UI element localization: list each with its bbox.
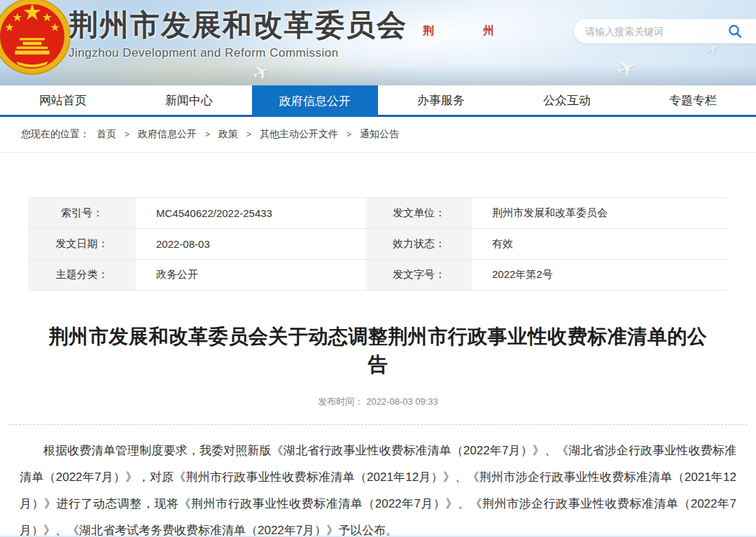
nav-item-news[interactable]: 新闻中心 <box>126 85 252 115</box>
meta-value-index-no: MC4540622/2022-25433 <box>138 198 366 228</box>
breadcrumb-prefix: 您现在的位置： <box>21 128 90 141</box>
site-identity: 荆州市发展和改革委员会 Jingzhou Development and Ref… <box>69 6 407 60</box>
meta-label-issuing-unit: 发文单位： <box>366 198 474 228</box>
publish-time-label: 发布时间： <box>318 396 363 407</box>
meta-value-topic-category: 政务公开 <box>138 260 366 290</box>
breadcrumb-policy[interactable]: 政策 <box>218 128 238 141</box>
site-title: 荆州市发展和改革委员会 <box>69 6 407 45</box>
meta-label-index-no: 索引号： <box>28 198 138 228</box>
meta-value-issuing-unit: 荆州市发展和改革委员会 <box>474 198 728 228</box>
search-input[interactable] <box>585 26 727 37</box>
meta-label-validity: 效力状态： <box>366 229 474 259</box>
meta-label-doc-number: 发文字号： <box>366 260 474 290</box>
breadcrumb-home[interactable]: 首页 <box>97 128 116 141</box>
breadcrumb-gov-info[interactable]: 政府信息公开 <box>138 128 197 141</box>
nav-item-home[interactable]: 网站首页 <box>0 85 126 115</box>
publish-time-value: 2022-08-03 09:33 <box>366 396 438 407</box>
banner-jingzhou-sign: 荆州 <box>423 24 543 39</box>
nav-item-gov-info[interactable]: 政府信息公开 <box>252 85 378 117</box>
breadcrumb-separator: > <box>125 130 130 139</box>
breadcrumb-separator: > <box>246 130 251 139</box>
search-box <box>574 19 756 43</box>
breadcrumb: 您现在的位置： 首页 > 政府信息公开 > 政策 > 其他主动公开文件 > 通知… <box>0 117 756 153</box>
page-title: 荆州市发展和改革委员会关于动态调整荆州市行政事业性收费标准清单的公告 <box>41 323 716 379</box>
publish-time-row: 发布时间：2022-08-03 09:33 <box>0 396 756 408</box>
site-banner: ✈ ✈ ✈ 荆州市发展和改革委员会 Jingzhou Development a… <box>0 0 756 85</box>
table-row: 主题分类： 政务公开 发文字号： 2022年第2号 <box>28 260 728 291</box>
search-icon <box>727 23 743 40</box>
nav-item-services[interactable]: 办事服务 <box>378 85 504 115</box>
meta-value-doc-number: 2022年第2号 <box>474 260 728 290</box>
meta-value-issue-date: 2022-08-03 <box>138 229 366 259</box>
nav-item-topics[interactable]: 专题专栏 <box>630 85 756 115</box>
table-row: 索引号： MC4540622/2022-25433 发文单位： 荆州市发展和改革… <box>28 198 728 229</box>
meta-value-validity: 有效 <box>474 229 728 259</box>
document-meta-table: 索引号： MC4540622/2022-25433 发文单位： 荆州市发展和改革… <box>28 197 728 291</box>
nav-item-interaction[interactable]: 公众互动 <box>504 85 630 115</box>
breadcrumb-other-open-docs[interactable]: 其他主动公开文件 <box>260 128 338 141</box>
breadcrumb-separator: > <box>346 130 351 139</box>
breadcrumb-separator: > <box>205 130 210 139</box>
breadcrumb-notices[interactable]: 通知公告 <box>360 128 399 141</box>
national-emblem-icon <box>0 0 71 76</box>
main-nav: 网站首页 新闻中心 政府信息公开 办事服务 公众互动 专题专栏 <box>0 85 756 117</box>
meta-label-issue-date: 发文日期： <box>28 229 138 259</box>
search-button[interactable] <box>727 23 743 40</box>
meta-label-topic-category: 主题分类： <box>28 260 138 290</box>
page: ✈ ✈ ✈ 荆州市发展和改革委员会 Jingzhou Development a… <box>0 0 756 537</box>
article-body: 根据收费清单管理制度要求，我委对照新版《湖北省行政事业性收费标准清单（2022年… <box>20 438 736 537</box>
dashed-divider <box>8 424 748 425</box>
site-subtitle: Jingzhou Development and Reform Commissi… <box>69 46 407 60</box>
table-row: 发文日期： 2022-08-03 效力状态： 有效 <box>28 229 728 260</box>
banner-tarmac-art <box>0 64 756 85</box>
